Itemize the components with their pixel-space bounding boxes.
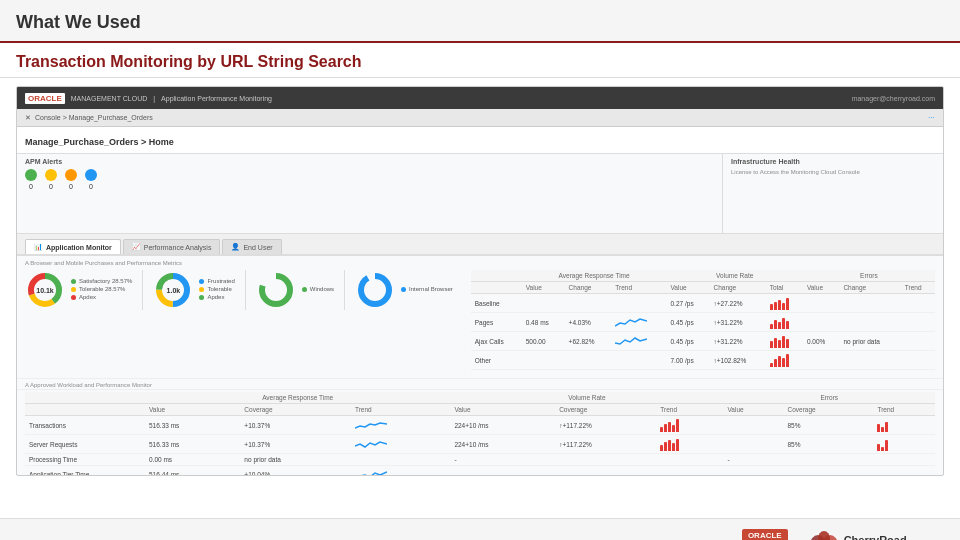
- oracle-partner-badge: ORACLE PlatinumPartner: [742, 529, 788, 540]
- metrics-table: Average Response Time Volume Rate Errors…: [471, 270, 935, 370]
- col-name: [471, 270, 522, 282]
- os-chart: Windows: [256, 270, 334, 310]
- apm-col-vol: Volume Rate: [450, 392, 723, 404]
- sub-avg-trend: Trend: [611, 282, 666, 294]
- charts-row: 10.1k Satisfactory 28.57% Tolerable 28.5…: [25, 270, 935, 370]
- apm-avg-cov-app: +10.04%: [240, 466, 351, 477]
- row-avg-val-pages: 0.48 ms: [522, 313, 565, 332]
- svg-point-12: [818, 531, 830, 541]
- tab-end-user-label: End User: [243, 244, 272, 251]
- row-vol-chg-pages: ↑+31.22%: [709, 313, 765, 332]
- apm-vol-cov-proc: [555, 454, 656, 466]
- browser-errors-chart: 10.1k Satisfactory 28.57% Tolerable 28.5…: [25, 270, 132, 310]
- apm-avg-val-proc: 0.00 ms: [145, 454, 240, 466]
- apm-table-row: Server Requests 516.33 ms +10.37% 224+10…: [25, 435, 935, 454]
- infra-title: Infrastructure Health: [731, 158, 935, 165]
- breadcrumb-action[interactable]: ⋯: [928, 114, 935, 122]
- apm-row-apptime: Application Tier Time: [25, 466, 145, 477]
- server-errors-value: 1.0k: [167, 287, 181, 294]
- chart-divider-1: [142, 270, 143, 310]
- apm-avg-trend-trans: [351, 416, 450, 435]
- chart-divider-3: [344, 270, 345, 310]
- apm-alerts-title: APM Alerts: [25, 158, 714, 165]
- row-vol-chg-other: ↑+102.82%: [709, 351, 765, 370]
- apm-sub-trend: Trend: [351, 404, 450, 416]
- row-vol-val-ajax: 0.45 /ps: [667, 332, 710, 351]
- main-content: ORACLE MANAGEMENT CLOUD | Application Pe…: [0, 78, 960, 518]
- apm-avg-val-server: 516.33 ms: [145, 435, 240, 454]
- row-err-trend-baseline: [901, 294, 935, 313]
- end-user-icon: 👤: [231, 243, 240, 251]
- alert-icon-fatal: [25, 169, 37, 181]
- tab-end-user[interactable]: 👤 End User: [222, 239, 281, 254]
- apm-vol-val-app: -: [450, 466, 555, 477]
- row-avg-val-other: [522, 351, 565, 370]
- apm-col-avg: Average Response Time: [145, 392, 450, 404]
- table-row: Ajax Calls 500.00 +62.82% 0.45 /ps ↑+31.…: [471, 332, 935, 351]
- apm-err-val-app: -: [723, 466, 783, 477]
- header: What We Used: [0, 0, 960, 43]
- apm-sub-vol-trend: Trend: [656, 404, 723, 416]
- oracle-separator: |: [153, 95, 155, 102]
- table-row: Pages 0.48 ms +4.03% 0.45 /ps ↑+31.22%: [471, 313, 935, 332]
- sub-avg-val: Value: [522, 282, 565, 294]
- apm-avg-cov-server: +10.37%: [240, 435, 351, 454]
- apm-sub-vol-val: Value: [450, 404, 555, 416]
- tab-performance-analysis[interactable]: 📈 Performance Analysis: [123, 239, 221, 254]
- sub-name: [471, 282, 522, 294]
- oracle-nav-bar: ORACLE MANAGEMENT CLOUD | Application Pe…: [17, 87, 943, 109]
- oracle-logo: ORACLE: [25, 93, 65, 104]
- tab-application-monitor[interactable]: 📊 Application Monitor: [25, 239, 121, 254]
- row-avg-val-ajax: 500.00: [522, 332, 565, 351]
- alert-warning: 0: [65, 169, 77, 190]
- close-icon[interactable]: ✕: [25, 114, 31, 122]
- sub-err-val: Value: [803, 282, 839, 294]
- sub-vol-total: Total: [766, 282, 803, 294]
- row-avg-trend-baseline: [611, 294, 666, 313]
- alert-icon-info: [85, 169, 97, 181]
- device-legend: Internal Browser: [401, 286, 453, 294]
- section-title: Transaction Monitoring by URL String Sea…: [0, 43, 960, 78]
- row-avg-chg-baseline: [565, 294, 612, 313]
- row-avg-trend-other: [611, 351, 666, 370]
- row-avg-chg-other: [565, 351, 612, 370]
- apm-err-cov-proc: [784, 454, 874, 466]
- apm-sub-err-val: Value: [723, 404, 783, 416]
- oracle-module: Application Performance Monitoring: [161, 95, 272, 102]
- apm-col-name: [25, 392, 145, 404]
- alert-info: 0: [85, 169, 97, 190]
- row-err-val-pages: [803, 313, 839, 332]
- apm-err-val-server: [723, 435, 783, 454]
- tabs-row: 📊 Application Monitor 📈 Performance Anal…: [17, 234, 943, 256]
- alert-count-warning: 0: [65, 183, 77, 190]
- apm-vol-cov-app: [555, 466, 656, 477]
- col-avg-response: Average Response Time: [522, 270, 667, 282]
- infra-subtitle: License to Access the Monitoring Cloud C…: [731, 169, 935, 175]
- apm-vol-trend-app: [656, 466, 723, 477]
- page-title-text: Manage_Purchase_Orders > Home: [25, 137, 174, 147]
- breadcrumb-text: Console > Manage_Purchase_Orders: [35, 114, 153, 121]
- row-vol-val-other: 7.00 /ps: [667, 351, 710, 370]
- row-name-ajax: Ajax Calls: [471, 332, 522, 351]
- apm-vol-trend-server: [656, 435, 723, 454]
- alert-icon-critical: [45, 169, 57, 181]
- row-err-chg-pages: [839, 313, 900, 332]
- row-avg-trend-ajax: [611, 332, 666, 351]
- alert-count-info: 0: [85, 183, 97, 190]
- cherry-road-name: CherryRoad: [844, 534, 907, 540]
- apm-err-val-proc: -: [723, 454, 783, 466]
- row-name-other: Other: [471, 351, 522, 370]
- cherry-road-logo: CherryRoad technologies: [808, 531, 907, 541]
- alert-critical: 0: [45, 169, 57, 190]
- apm-sub-vol-cov: Coverage: [555, 404, 656, 416]
- oracle-screen: ORACLE MANAGEMENT CLOUD | Application Pe…: [16, 86, 944, 476]
- oracle-management-cloud: MANAGEMENT CLOUD: [71, 95, 148, 102]
- sub-avg-chg: Change: [565, 282, 612, 294]
- oracle-user: manager@cherryroad.com: [852, 95, 935, 102]
- apm-section-header: A Approved Workload and Performance Moni…: [17, 379, 943, 390]
- perf-analysis-icon: 📈: [132, 243, 141, 251]
- apm-vol-trend-proc: [656, 454, 723, 466]
- row-vol-chg-ajax: ↑+31.22%: [709, 332, 765, 351]
- row-vol-total-pages: [766, 313, 803, 332]
- apm-err-trend-app: [873, 466, 935, 477]
